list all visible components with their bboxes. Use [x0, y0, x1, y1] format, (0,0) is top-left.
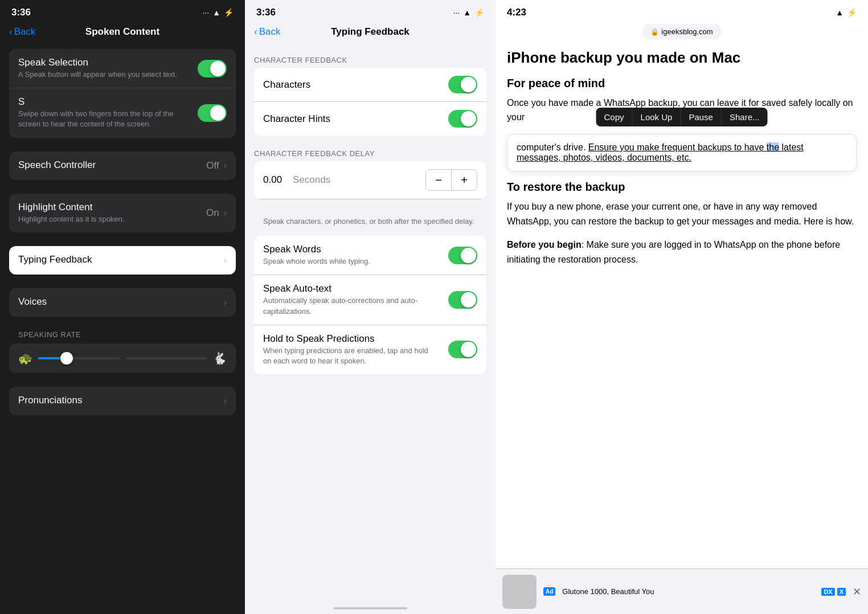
settings-item-speak-selection[interactable]: Speak Selection A Speak button will appe…: [9, 49, 236, 88]
back-button-panel2[interactable]: ‹ Back: [254, 26, 280, 38]
speak-words-section: Speak Words Speak whole words while typi…: [254, 236, 486, 374]
delay-value: 0.00: [263, 174, 286, 186]
article-content: iPhone backup you made on Mac For peace …: [496, 44, 868, 568]
article-before-bold: Before you begin: [507, 240, 582, 249]
chevron-icon-speech-controller: ›: [224, 161, 227, 171]
stepper-minus-btn[interactable]: −: [426, 170, 451, 190]
settings-item-speech-controller[interactable]: Speech Controller Off ›: [9, 152, 236, 180]
char-hints-title: Character Hints: [263, 113, 330, 125]
char-delay-label: CHARACTER FEEDBACK DELAY: [245, 149, 496, 158]
speaking-rate-label: SPEAKING RATE: [0, 330, 245, 339]
speaking-rate-row[interactable]: 🐢 🐇: [9, 343, 236, 373]
ad-thumbnail: [502, 575, 537, 609]
typing-feedback-panel: 3:36 ··· ▲ ⚡ ‹ Back Typing Feedback CHAR…: [245, 0, 496, 614]
rate-track-grey[interactable]: [125, 357, 207, 359]
speak-screen-toggle[interactable]: [198, 104, 227, 122]
battery-icon-p1: ⚡: [224, 8, 234, 17]
x-badge: X: [837, 588, 846, 596]
url-bar[interactable]: 🔒 igeeksblog.com: [496, 22, 868, 44]
speak-autotext-sub: Automatically speak auto-corrections and…: [263, 296, 434, 316]
status-icons-panel3: ▲ ⚡: [836, 8, 857, 17]
article-panel: 4:23 ▲ ⚡ 🔒 igeeksblog.com iPhone backup …: [496, 0, 868, 614]
hold-speak-item[interactable]: Hold to Speak Predictions When typing pr…: [254, 325, 486, 374]
hold-speak-sub: When typing predictions are enabled, tap…: [263, 346, 434, 366]
wifi-icon-p3: ▲: [836, 8, 844, 17]
article-subtitle1: For peace of mind: [507, 77, 857, 90]
speak-selection-title: Speak Selection: [18, 57, 198, 68]
section-speech-controller: Speech Controller Off ›: [9, 152, 236, 180]
popup-pause-btn[interactable]: Pause: [681, 108, 722, 126]
lock-icon: 🔒: [650, 28, 659, 36]
char-hints-toggle[interactable]: [448, 110, 477, 128]
battery-icon-p3: ⚡: [847, 8, 857, 17]
wifi-icon-p2: ▲: [463, 8, 471, 17]
characters-title: Characters: [263, 79, 310, 91]
char-feedback-section: Characters Character Hints: [254, 68, 486, 136]
nav-title-panel1: Spoken Content: [85, 26, 159, 38]
status-bar-panel1: 3:36 ··· ▲ ⚡: [0, 0, 245, 22]
rate-track[interactable]: [38, 357, 120, 359]
settings-item-speak-screen[interactable]: S Swipe down with two fingers from the t…: [9, 88, 236, 137]
settings-item-typing-feedback[interactable]: Typing Feedback ›: [9, 246, 236, 275]
section-pronunciations: Pronunciations ›: [9, 387, 236, 415]
char-delay-section: 0.00 Seconds − +: [254, 161, 486, 199]
char-feedback-label: CHARACTER FEEDBACK: [245, 56, 496, 64]
stepper-plus-btn[interactable]: +: [452, 170, 477, 190]
settings-list-panel1: Speak Selection A Speak button will appe…: [0, 42, 245, 614]
characters-item[interactable]: Characters: [254, 68, 486, 102]
voices-title: Voices: [18, 296, 219, 308]
chevron-icon-voices: ›: [224, 297, 227, 308]
section-voices: Voices ›: [9, 288, 236, 317]
settings-item-voices[interactable]: Voices ›: [9, 288, 236, 317]
back-label-p1: Back: [14, 26, 36, 38]
speak-words-toggle[interactable]: [448, 247, 477, 264]
delay-stepper[interactable]: − +: [425, 169, 477, 191]
speak-selection-toggle[interactable]: [198, 60, 227, 77]
speak-autotext-toggle[interactable]: [448, 291, 477, 309]
status-icons-panel1: ··· ▲ ⚡: [202, 8, 234, 17]
speak-words-item[interactable]: Speak Words Speak whole words while typi…: [254, 236, 486, 275]
bubble-underline-text: Ensure you make frequent backups to have: [588, 142, 767, 152]
ad-close-icon[interactable]: ✕: [853, 586, 861, 598]
nav-title-panel2: Typing Feedback: [331, 26, 410, 38]
nav-bar-panel2: ‹ Back Typing Feedback: [245, 22, 496, 42]
delay-row: 0.00 Seconds − +: [254, 161, 486, 199]
speak-words-sub: Speak whole words while typing.: [263, 256, 370, 267]
bubble-text-before: computer's drive.: [517, 142, 588, 152]
selection-popup[interactable]: Copy Look Up Pause Share...: [596, 108, 768, 126]
typing-feedback-title: Typing Feedback: [18, 254, 219, 265]
hold-speak-toggle[interactable]: [448, 341, 477, 358]
battery-icon-p2: ⚡: [474, 8, 484, 17]
popup-share-btn[interactable]: Share...: [722, 108, 768, 126]
speak-words-title: Speak Words: [263, 244, 370, 255]
ad-bar: Ad Glutone 1000, Beautiful You DX X ✕: [496, 568, 868, 614]
speak-screen-title: S: [18, 96, 198, 108]
popup-lookup-btn[interactable]: Look Up: [633, 108, 681, 126]
url-pill[interactable]: 🔒 igeeksblog.com: [642, 24, 720, 39]
characters-toggle[interactable]: [448, 76, 477, 93]
highlight-title: Highlight Content: [18, 202, 206, 213]
time-panel2: 3:36: [256, 7, 276, 18]
signal-icon-p1: ···: [202, 8, 209, 17]
popup-copy-btn[interactable]: Copy: [596, 108, 633, 126]
dx-badge: DX: [821, 588, 834, 596]
settings-item-highlight[interactable]: Highlight Content Highlight content as i…: [9, 194, 236, 232]
speak-autotext-item[interactable]: Speak Auto-text Automatically speak auto…: [254, 275, 486, 325]
section-speaking-rate: 🐢 🐇: [9, 343, 236, 373]
chevron-icon-highlight: ›: [224, 208, 227, 218]
url-text: igeeksblog.com: [661, 27, 713, 36]
text-bubble: computer's drive. Ensure you make freque…: [507, 134, 857, 171]
article-para2: If you buy a new phone, erase your curre…: [507, 199, 857, 228]
ad-badge: Ad: [543, 587, 555, 596]
back-button-panel1[interactable]: ‹ Back: [9, 26, 35, 38]
chevron-icon-typing-feedback: ›: [224, 255, 227, 265]
back-label-p2: Back: [259, 26, 281, 38]
article-para3: Before you begin: Make sure you are logg…: [507, 238, 857, 267]
nav-bar-panel1: ‹ Back Spoken Content: [0, 22, 245, 42]
settings-item-pronunciations[interactable]: Pronunciations ›: [9, 387, 236, 415]
scroll-indicator-p2: [333, 607, 407, 609]
char-hints-item[interactable]: Character Hints: [254, 102, 486, 136]
chevron-icon-pronunciations: ›: [224, 396, 227, 406]
hold-speak-title: Hold to Speak Predictions: [263, 333, 434, 345]
status-bar-panel3: 4:23 ▲ ⚡: [496, 0, 868, 22]
